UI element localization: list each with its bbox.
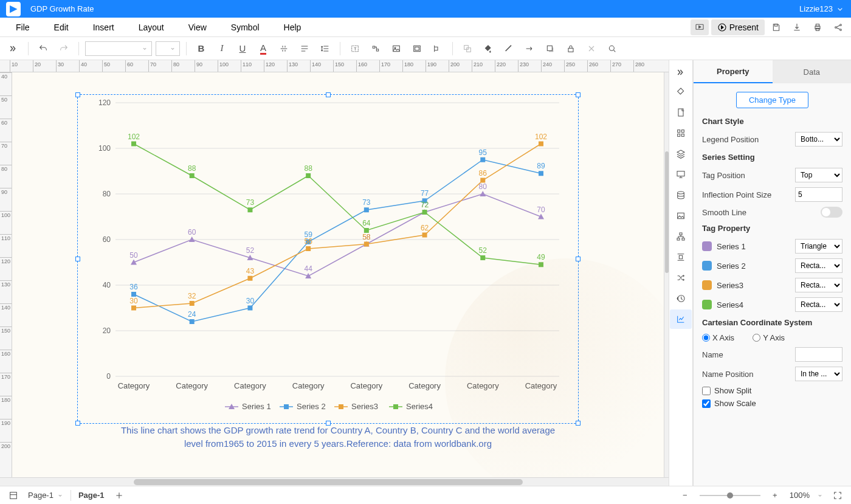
svg-rect-11 (393, 46, 400, 51)
show-scale-checkbox[interactable]: Show Scale (702, 399, 842, 408)
smooth-line-toggle[interactable] (821, 207, 842, 218)
x-axis-radio[interactable]: X Axis (702, 333, 734, 342)
scrollbar-h[interactable] (0, 477, 669, 486)
layers-panel-icon[interactable] (670, 144, 692, 164)
align-v-icon[interactable] (275, 40, 292, 57)
history-panel-icon[interactable] (670, 289, 692, 308)
zoom-slider[interactable] (700, 495, 760, 496)
tag-position-select[interactable]: Top (795, 168, 842, 182)
svg-rect-58 (364, 207, 369, 212)
fill-panel-icon[interactable] (670, 82, 692, 102)
svg-text:102: 102 (535, 133, 547, 141)
container-icon[interactable] (408, 40, 426, 57)
redo-icon[interactable] (55, 40, 72, 57)
axis-name-input[interactable] (795, 347, 842, 362)
tab-property[interactable]: Property (694, 60, 773, 83)
more-icon[interactable] (5, 40, 22, 57)
page-panel-icon[interactable] (670, 103, 692, 122)
line-spacing-icon[interactable] (317, 40, 334, 57)
series-shape-select[interactable]: Recta... (795, 258, 842, 273)
svg-point-19 (609, 46, 614, 50)
menu-help[interactable]: Help (272, 19, 314, 35)
menu-layout[interactable]: Layout (126, 19, 176, 35)
arrow-style-icon[interactable] (521, 40, 538, 57)
series-shape-select[interactable]: Recta... (795, 297, 842, 312)
svg-rect-104 (339, 404, 343, 409)
line-style-icon[interactable] (500, 40, 517, 57)
font-size-combo[interactable] (156, 41, 180, 56)
y-axis-radio[interactable]: Y Axis (753, 333, 785, 342)
chart-panel-icon[interactable] (670, 309, 692, 329)
shadow-icon[interactable] (542, 40, 559, 57)
svg-text:72: 72 (421, 201, 429, 209)
export-icon[interactable] (788, 19, 806, 35)
underline-icon[interactable]: U (234, 40, 251, 57)
italic-icon[interactable]: I (213, 40, 230, 57)
presentation-panel-icon[interactable] (670, 165, 692, 184)
page-tab[interactable]: Page-1 (78, 491, 105, 500)
align-objects-icon[interactable] (429, 40, 446, 57)
present-button[interactable]: Present (711, 19, 765, 35)
menu-symbol[interactable]: Symbol (219, 19, 272, 35)
fill-icon[interactable] (480, 40, 497, 57)
name-position-select[interactable]: In the ... (795, 367, 842, 381)
svg-text:24: 24 (188, 310, 196, 319)
zoom-in-icon[interactable]: + (768, 488, 782, 503)
inflection-size-input[interactable] (795, 187, 842, 202)
menu-edit[interactable]: Edit (42, 19, 81, 35)
page-selector[interactable]: Page-1 (28, 491, 63, 500)
spacing-panel-icon[interactable] (670, 247, 692, 267)
show-split-checkbox[interactable]: Show Split (702, 386, 842, 395)
svg-text:Series4: Series4 (406, 402, 433, 411)
search-icon[interactable] (604, 40, 621, 57)
tools-icon[interactable] (583, 40, 600, 57)
series-shape-select[interactable]: Recta... (795, 278, 842, 292)
svg-point-8 (840, 29, 842, 30)
undo-icon[interactable] (35, 40, 52, 57)
shuffle-panel-icon[interactable] (670, 268, 692, 288)
data-panel-icon[interactable] (670, 185, 692, 205)
font-color-icon[interactable]: A (255, 40, 272, 57)
menu-view[interactable]: View (176, 19, 219, 35)
hierarchy-panel-icon[interactable] (670, 227, 692, 246)
svg-rect-82 (131, 142, 136, 147)
grid-panel-icon[interactable] (670, 123, 692, 143)
image-icon[interactable] (388, 40, 405, 57)
svg-text:Category: Category (408, 381, 441, 390)
group-icon[interactable] (459, 40, 476, 57)
expand-panel-icon[interactable] (669, 64, 692, 81)
svg-rect-64 (539, 171, 543, 176)
print-icon[interactable] (808, 19, 827, 35)
canvas[interactable]: 020406080100120CategoryCategoryCategoryC… (12, 72, 664, 477)
image-panel-icon[interactable] (670, 206, 692, 226)
user-menu[interactable]: Lizzie123 (799, 4, 845, 14)
svg-rect-112 (678, 134, 680, 136)
svg-text:50: 50 (129, 251, 138, 260)
app-logo[interactable] (6, 2, 21, 16)
menu-file[interactable]: File (4, 19, 42, 35)
change-type-button[interactable]: Change Type (736, 92, 808, 108)
tab-data[interactable]: Data (773, 60, 852, 83)
share-icon[interactable] (829, 19, 847, 35)
series-shape-select[interactable]: Triangle (795, 239, 842, 254)
slideshow-icon[interactable] (691, 19, 709, 35)
fullscreen-icon[interactable] (830, 488, 845, 503)
scrollbar-v[interactable] (665, 151, 669, 273)
font-family-combo[interactable] (85, 41, 152, 56)
zoom-out-icon[interactable]: − (678, 488, 692, 503)
page-list-icon[interactable] (6, 488, 21, 503)
svg-text:Category: Category (467, 381, 499, 390)
menu-insert[interactable]: Insert (81, 19, 126, 35)
bold-icon[interactable]: B (193, 40, 210, 57)
connector-icon[interactable] (367, 40, 384, 57)
svg-text:T: T (354, 46, 357, 51)
lock-icon[interactable] (562, 40, 579, 57)
text-box-icon[interactable]: T (346, 40, 363, 57)
save-icon[interactable] (767, 19, 785, 35)
chart[interactable]: 020406080100120CategoryCategoryCategoryC… (85, 97, 571, 425)
align-h-icon[interactable] (296, 40, 313, 57)
svg-rect-88 (306, 173, 311, 178)
add-page-icon[interactable] (112, 488, 126, 503)
svg-rect-118 (677, 238, 680, 240)
legend-position-select[interactable]: Botto... (795, 132, 842, 147)
